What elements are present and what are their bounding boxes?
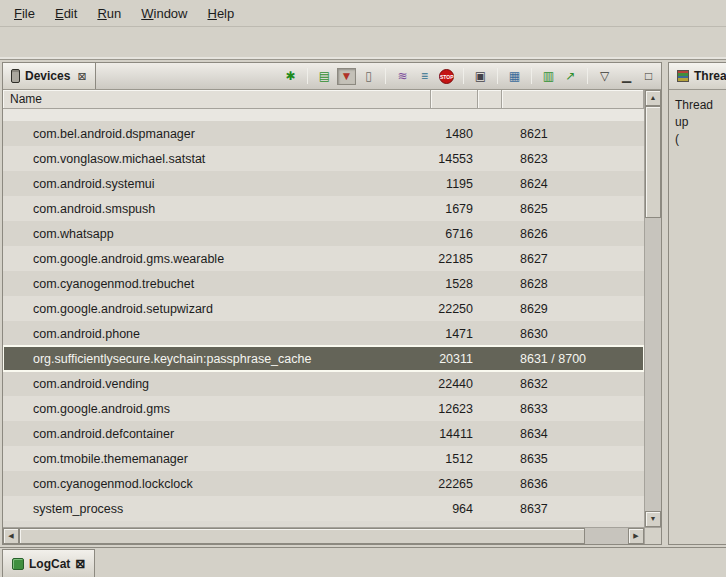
scrollbar-corner (644, 527, 661, 544)
threads-tab-bar: Threads ⊠ (669, 63, 726, 90)
device-row[interactable]: com.android.vending 22440 8632 (3, 371, 644, 396)
process-pid: 14411 (431, 427, 478, 441)
device-row[interactable]: com.tmobile.thememanager 1512 8635 (3, 446, 644, 471)
device-row[interactable]: com.android.systemui 1195 8624 (3, 171, 644, 196)
maximize-icon[interactable]: □ (639, 68, 658, 85)
process-name: com.google.android.setupwizard (3, 302, 431, 316)
dump-hprof-icon[interactable]: ▼ (337, 68, 356, 85)
process-pid: 1679 (431, 202, 478, 216)
process-pid: 1512 (431, 452, 478, 466)
device-row[interactable]: com.android.smspush 1679 8625 (3, 196, 644, 221)
process-pid: 14553 (431, 152, 478, 166)
cause-gc-icon[interactable]: ▯ (359, 68, 378, 85)
column-header-blank[interactable] (478, 90, 502, 109)
menu-help[interactable]: Help (197, 0, 244, 26)
tab-logcat[interactable]: LogCat ⊠ (2, 549, 95, 577)
network-stats-icon[interactable]: ↗ (561, 68, 580, 85)
screen-capture-icon[interactable]: ▣ (471, 68, 490, 85)
scroll-left-icon[interactable]: ◀ (3, 528, 19, 544)
minimize-icon[interactable]: ▁ (617, 68, 636, 85)
systrace-icon[interactable]: ▥ (539, 68, 558, 85)
debug-port: 8632 (502, 377, 644, 391)
tab-devices[interactable]: Devices ⊠ (3, 63, 96, 89)
process-pid: 22250 (431, 302, 478, 316)
column-header-name[interactable]: Name (3, 90, 431, 109)
column-header-pid[interactable] (431, 90, 478, 109)
update-heap-icon[interactable]: ▤ (315, 68, 334, 85)
column-header-port[interactable] (502, 90, 644, 109)
debug-port: 8637 (502, 502, 644, 516)
start-method-profiling-icon[interactable]: ≡ (415, 68, 434, 85)
toolbar-separator (497, 68, 498, 84)
stop-process-icon[interactable]: STOP (439, 69, 454, 84)
device-row[interactable]: system_process 964 8637 (3, 496, 644, 521)
devices-panel: Devices ⊠ ✱▤▼▯≋≡STOP▣▦▥↗▽▁□ Name com.bel (2, 62, 662, 545)
device-row[interactable]: com.cyanogenmod.trebuchet 1528 8628 (3, 271, 644, 296)
device-row[interactable]: com.vonglasow.michael.satstat 14553 8623 (3, 146, 644, 171)
device-row[interactable]: com.android.defcontainer 14411 8634 (3, 421, 644, 446)
device-row[interactable]: com.whatsapp 6716 8626 (3, 221, 644, 246)
process-name: com.android.phone (3, 327, 431, 341)
logcat-tab-close-icon[interactable]: ⊠ (75, 557, 85, 571)
partial-row (3, 109, 644, 121)
device-row[interactable]: com.android.phone 1471 8630 (3, 321, 644, 346)
process-name: com.vonglasow.michael.satstat (3, 152, 431, 166)
tab-threads[interactable]: Threads ⊠ (669, 63, 726, 89)
vertical-scrollbar[interactable]: ▲ ▼ (644, 90, 661, 527)
device-row[interactable]: com.bel.android.dspmanager 1480 8621 (3, 121, 644, 146)
horizontal-scroll-track[interactable] (19, 528, 628, 544)
menu-edit[interactable]: Edit (45, 0, 87, 26)
process-pid: 20311 (431, 352, 478, 366)
toolbar-separator (307, 68, 308, 84)
toolbar-separator (531, 68, 532, 84)
device-row[interactable]: org.sufficientlysecure.keychain:passphra… (3, 346, 644, 371)
process-pid: 1195 (431, 177, 478, 191)
devices-tab-close-icon[interactable]: ⊠ (77, 70, 86, 83)
device-row[interactable]: com.cyanogenmod.lockclock 22265 8636 (3, 471, 644, 496)
view-menu-icon[interactable]: ▽ (595, 68, 614, 85)
threads-message: Thread up ( (669, 90, 726, 544)
process-pid: 6716 (431, 227, 478, 241)
process-pid: 12623 (431, 402, 478, 416)
debug-port: 8627 (502, 252, 644, 266)
debug-port: 8635 (502, 452, 644, 466)
vertical-scroll-thumb[interactable] (645, 106, 661, 218)
process-pid: 22185 (431, 252, 478, 266)
scroll-right-icon[interactable]: ▶ (628, 528, 644, 544)
threads-tab-label: Threads (694, 69, 726, 83)
process-name: com.android.vending (3, 377, 431, 391)
process-pid: 22265 (431, 477, 478, 491)
process-name: com.tmobile.thememanager (3, 452, 431, 466)
debug-port: 8629 (502, 302, 644, 316)
threads-panel: Threads ⊠ Thread up ( (668, 62, 726, 545)
update-threads-icon[interactable]: ≋ (393, 68, 412, 85)
horizontal-scroll-thumb[interactable] (19, 528, 585, 544)
menu-run[interactable]: Run (87, 0, 131, 26)
vertical-scroll-track[interactable] (645, 106, 661, 511)
menu-bar: File Edit Run Window Help (0, 0, 726, 27)
process-pid: 964 (431, 502, 478, 516)
debug-process-icon[interactable]: ✱ (281, 68, 300, 85)
dump-view-hierarchy-icon[interactable]: ▦ (505, 68, 524, 85)
toolbar-separator (587, 68, 588, 84)
devices-tab-label: Devices (25, 69, 70, 83)
threads-tab-icon (677, 70, 689, 82)
device-table-body: com.bel.android.dspmanager 1480 8621 com… (3, 109, 644, 527)
debug-port: 8634 (502, 427, 644, 441)
debug-port: 8625 (502, 202, 644, 216)
process-name: com.whatsapp (3, 227, 431, 241)
devices-toolbar: ✱▤▼▯≋≡STOP▣▦▥↗▽▁□ (281, 63, 658, 89)
debug-port: 8623 (502, 152, 644, 166)
device-row[interactable]: com.google.android.gms.wearable 22185 86… (3, 246, 644, 271)
device-table: Name com.bel.android.dspmanager 1480 862… (3, 90, 661, 544)
menu-window[interactable]: Window (131, 0, 197, 26)
process-pid: 1471 (431, 327, 478, 341)
toolbar-separator (385, 68, 386, 84)
device-row[interactable]: com.google.android.setupwizard 22250 862… (3, 296, 644, 321)
scroll-up-icon[interactable]: ▲ (645, 90, 661, 106)
menu-file[interactable]: File (4, 0, 45, 26)
device-row[interactable]: com.google.android.gms 12623 8633 (3, 396, 644, 421)
horizontal-scrollbar[interactable]: ◀ ▶ (3, 527, 644, 544)
debug-port: 8621 (502, 127, 644, 141)
scroll-down-icon[interactable]: ▼ (645, 511, 661, 527)
